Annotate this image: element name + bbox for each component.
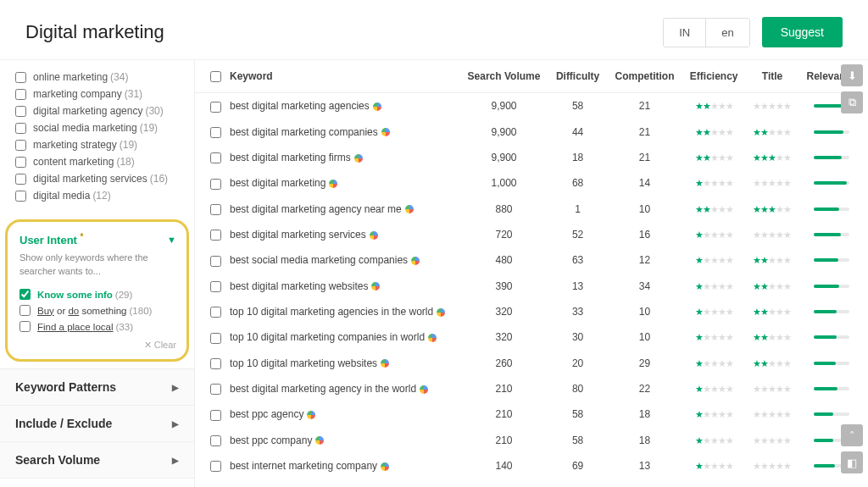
star-rating: ★★★★★ bbox=[695, 178, 733, 188]
cell-efficiency: ★★★★★ bbox=[682, 247, 746, 273]
filter-label: content marketing bbox=[33, 156, 114, 168]
google-icon[interactable] bbox=[381, 359, 389, 368]
star-rating: ★★★★★ bbox=[753, 461, 791, 471]
cell-efficiency: ★★★★★ bbox=[682, 351, 746, 376]
keyword-text: best ppc agency bbox=[230, 408, 303, 420]
copy-icon[interactable]: ⧉ bbox=[841, 91, 863, 113]
intent-checkbox[interactable] bbox=[19, 321, 31, 332]
cell-volume: 720 bbox=[459, 222, 548, 247]
cell-competition: 34 bbox=[607, 274, 682, 299]
cell-volume: 880 bbox=[459, 196, 548, 222]
select-all-checkbox[interactable] bbox=[210, 71, 221, 82]
google-icon[interactable] bbox=[315, 436, 324, 445]
table-row: best ppc company 210 58 18 ★★★★★ ★★★★★ bbox=[195, 428, 865, 453]
cell-title: ★★★★★ bbox=[746, 324, 799, 350]
google-icon[interactable] bbox=[329, 180, 337, 188]
country-button[interactable]: IN bbox=[664, 19, 705, 47]
accordion-label: Keyword Patterns bbox=[15, 380, 116, 394]
lang-button[interactable]: en bbox=[705, 19, 748, 47]
filter-item[interactable]: content marketing (18) bbox=[15, 153, 184, 170]
google-icon[interactable] bbox=[354, 154, 363, 163]
row-checkbox[interactable] bbox=[210, 333, 221, 344]
accordion-item[interactable]: Include / Exclude▶ bbox=[0, 406, 194, 442]
star-rating: ★★★★★ bbox=[695, 230, 733, 240]
keyword-text: best digital marketing firms bbox=[230, 152, 351, 163]
intent-option[interactable]: Find a place local (33) bbox=[19, 318, 176, 335]
google-icon[interactable] bbox=[371, 282, 380, 291]
scroll-top-icon[interactable]: ˄ bbox=[841, 424, 863, 446]
accordion-item[interactable]: Search Volume▶ bbox=[0, 442, 194, 479]
filter-checkbox[interactable] bbox=[15, 191, 26, 202]
intent-checkbox[interactable] bbox=[19, 305, 31, 316]
google-icon[interactable] bbox=[405, 205, 414, 213]
chevron-right-icon: ▶ bbox=[172, 456, 179, 465]
google-icon[interactable] bbox=[437, 308, 445, 317]
row-checkbox[interactable] bbox=[210, 179, 221, 190]
row-checkbox[interactable] bbox=[210, 307, 221, 318]
row-checkbox[interactable] bbox=[210, 461, 221, 472]
star-rating: ★★★★★ bbox=[753, 409, 791, 419]
intent-count: (180) bbox=[130, 306, 153, 316]
suggest-button[interactable]: Suggest bbox=[762, 17, 843, 47]
user-icon[interactable]: ◧ bbox=[841, 451, 863, 473]
filter-checkbox[interactable] bbox=[15, 123, 26, 134]
google-icon[interactable] bbox=[307, 411, 315, 419]
google-icon[interactable] bbox=[373, 102, 381, 111]
table-scroll[interactable]: Keyword Search Volume Difficulty Competi… bbox=[195, 60, 868, 487]
filter-checkbox[interactable] bbox=[15, 72, 26, 83]
clear-link[interactable]: ✕ Clear bbox=[19, 340, 176, 351]
user-intent-options: Know some info (29)Buy or do something (… bbox=[19, 286, 176, 335]
google-icon[interactable] bbox=[381, 128, 390, 136]
cell-relevance bbox=[798, 119, 865, 145]
intent-option[interactable]: Know some info (29) bbox=[19, 286, 176, 302]
cell-title: ★★★★★ bbox=[746, 196, 799, 222]
row-checkbox[interactable] bbox=[210, 358, 221, 369]
filter-item[interactable]: marketing company (31) bbox=[15, 86, 184, 102]
filter-item[interactable]: online marketing (34) bbox=[15, 69, 184, 86]
filter-checkbox[interactable] bbox=[15, 106, 26, 117]
row-checkbox[interactable] bbox=[210, 204, 221, 215]
col-volume[interactable]: Search Volume bbox=[459, 60, 548, 93]
star-rating: ★★★★★ bbox=[695, 461, 733, 471]
keyword-text: best digital marketing websites bbox=[230, 280, 368, 292]
accordion-label: Include / Exclude bbox=[15, 417, 112, 430]
col-competition[interactable]: Competition bbox=[607, 60, 682, 93]
row-checkbox[interactable] bbox=[210, 256, 221, 267]
filter-item[interactable]: digital marketing agency (30) bbox=[15, 102, 184, 119]
filter-item[interactable]: marketing strategy (19) bbox=[15, 136, 184, 153]
filter-item[interactable]: social media marketing (19) bbox=[15, 119, 184, 136]
download-icon[interactable]: ⬇ bbox=[841, 64, 863, 86]
row-checkbox[interactable] bbox=[210, 102, 221, 113]
col-efficiency[interactable]: Efficiency bbox=[682, 60, 746, 93]
google-icon[interactable] bbox=[428, 334, 437, 342]
google-icon[interactable] bbox=[420, 385, 428, 394]
accordion-item[interactable]: Keyword Patterns▶ bbox=[0, 369, 194, 406]
row-checkbox[interactable] bbox=[210, 435, 221, 446]
col-difficulty[interactable]: Difficulty bbox=[548, 60, 607, 93]
google-icon[interactable] bbox=[370, 231, 378, 240]
google-icon[interactable] bbox=[381, 462, 389, 471]
caret-down-icon[interactable]: ▼ bbox=[167, 235, 176, 245]
row-checkbox[interactable] bbox=[210, 281, 221, 292]
table-row: best digital marketing services 720 52 1… bbox=[195, 222, 865, 247]
filter-checkbox[interactable] bbox=[15, 140, 26, 151]
star-rating: ★★★★★ bbox=[695, 101, 733, 111]
filter-checkbox[interactable] bbox=[15, 157, 26, 168]
row-checkbox[interactable] bbox=[210, 410, 221, 421]
filter-item[interactable]: digital marketing services (16) bbox=[15, 170, 184, 187]
col-keyword[interactable]: Keyword bbox=[195, 60, 459, 93]
row-checkbox[interactable] bbox=[210, 152, 221, 163]
user-intent-panel: User Intent * ▼ Show only keywords where… bbox=[5, 219, 189, 362]
filter-item[interactable]: digital media (12) bbox=[15, 187, 184, 204]
star-rating: ★★★★★ bbox=[695, 281, 733, 291]
filter-checkbox[interactable] bbox=[15, 89, 26, 100]
row-checkbox[interactable] bbox=[210, 230, 221, 241]
filter-label: social media marketing bbox=[33, 122, 137, 134]
intent-checkbox[interactable] bbox=[19, 289, 31, 300]
google-icon[interactable] bbox=[411, 257, 420, 265]
col-title[interactable]: Title bbox=[746, 60, 799, 93]
filter-checkbox[interactable] bbox=[15, 174, 26, 185]
row-checkbox[interactable] bbox=[210, 384, 221, 395]
row-checkbox[interactable] bbox=[210, 127, 221, 138]
intent-option[interactable]: Buy or do something (180) bbox=[19, 302, 176, 318]
